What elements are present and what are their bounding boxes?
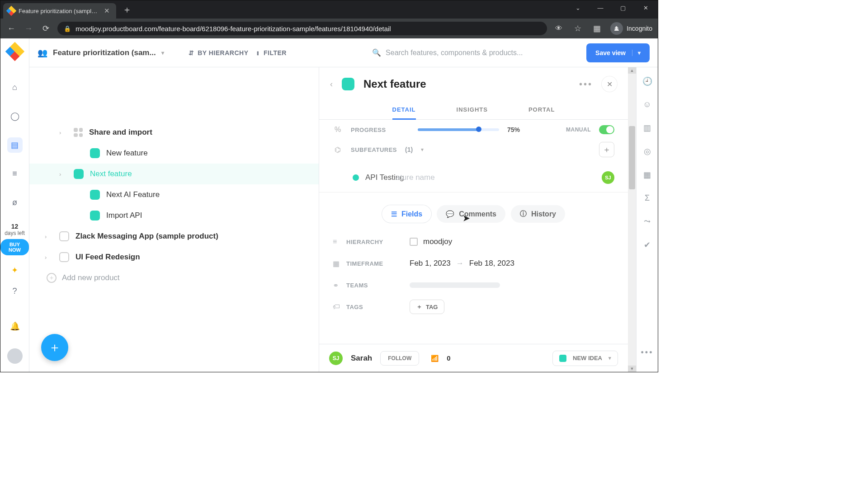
- help-icon[interactable]: ?: [7, 283, 23, 299]
- sigma-icon[interactable]: Σ: [645, 193, 650, 203]
- progress-knob[interactable]: [476, 127, 481, 132]
- add-fab-button[interactable]: ＋: [41, 334, 68, 361]
- tree-item-next-ai[interactable]: Next AI Feature: [29, 184, 319, 205]
- nav-forward-icon[interactable]: →: [23, 24, 34, 33]
- add-product-button[interactable]: ＋ Add new product: [29, 267, 319, 288]
- window-maximize-button[interactable]: ▢: [613, 0, 633, 15]
- tab-detail[interactable]: DETAIL: [392, 101, 416, 119]
- tree-item-new-feature[interactable]: New feature: [29, 143, 319, 164]
- detail-close-icon[interactable]: ✕: [602, 76, 617, 92]
- scroll-down-icon[interactable]: ▼: [628, 366, 636, 372]
- user-avatar[interactable]: [7, 348, 23, 364]
- subfeatures-icon: ⌬: [333, 145, 343, 154]
- hide-icon[interactable]: ø: [7, 195, 23, 210]
- save-view-dropdown-icon[interactable]: ▾: [632, 50, 641, 56]
- field-tags[interactable]: 🏷︎ TAGS ＋ TAG: [333, 296, 614, 318]
- progress-slider[interactable]: [418, 128, 499, 131]
- tabs-dropdown-icon[interactable]: ⌄: [567, 0, 588, 15]
- pill-comments[interactable]: 💬 Comments ➤: [437, 205, 505, 223]
- window-minimize-button[interactable]: —: [590, 0, 611, 15]
- detail-title[interactable]: Next feature: [363, 78, 426, 90]
- save-view-button[interactable]: Save view ▾: [586, 43, 650, 62]
- detail-panel: ‹ Next feature ••• ✕ DETAIL INSIGHTS POR…: [319, 67, 628, 372]
- detail-scrollbar[interactable]: ▲ ▼: [628, 67, 636, 372]
- chevron-down-icon[interactable]: ▾: [421, 146, 424, 153]
- tab-insights[interactable]: INSIGHTS: [457, 101, 488, 119]
- chevron-right-icon[interactable]: ›: [59, 171, 67, 178]
- pill-history[interactable]: ⓘ History: [511, 205, 565, 223]
- filter-label: FILTER: [264, 49, 287, 56]
- features-board-icon[interactable]: ▤: [7, 137, 23, 153]
- subfeature-row[interactable]: API Testingature name SJ: [353, 171, 614, 184]
- address-bar[interactable]: 🔒 moodjoy.productboard.com/feature-board…: [57, 22, 547, 35]
- chevron-right-icon[interactable]: ›: [45, 254, 53, 261]
- field-hierarchy[interactable]: ≡ HIERARCHY moodjoy: [333, 231, 614, 253]
- board-selector[interactable]: 👥 Feature prioritization (sam... ▾: [38, 48, 164, 58]
- owner-avatar[interactable]: SJ: [329, 352, 343, 365]
- nav-back-icon[interactable]: ←: [6, 24, 17, 33]
- extensions-icon[interactable]: ▦: [591, 23, 602, 33]
- nav-reload-icon[interactable]: ⟳: [40, 23, 51, 33]
- left-rail: ⌂ ◯ ▤ ≡ ø 12 days left BUY NOW ✦ ? 🔔: [0, 38, 29, 372]
- check-circle-icon[interactable]: ✔︎: [644, 240, 651, 250]
- by-hierarchy-button[interactable]: ⇵ BY HIERARCHY: [189, 49, 249, 56]
- add-tag-label: TAG: [426, 304, 438, 310]
- right-rail-more-icon[interactable]: •••: [641, 348, 654, 363]
- tree-group-share-import[interactable]: › Share and import: [29, 122, 319, 143]
- home-icon[interactable]: ⌂: [7, 80, 23, 95]
- tab-close-icon[interactable]: ✕: [102, 6, 112, 16]
- search-input[interactable]: 🔍 Search features, components & products…: [366, 44, 578, 62]
- tree-item-label: UI Feed Redesign: [75, 253, 140, 262]
- tree-item-import-api[interactable]: Import API: [29, 205, 319, 226]
- browser-tab[interactable]: Feature prioritization (sample) - F ✕: [3, 3, 116, 19]
- dependency-icon[interactable]: ⤳: [644, 216, 651, 226]
- table-icon[interactable]: ▦: [643, 170, 651, 180]
- tab-portal[interactable]: PORTAL: [528, 101, 555, 119]
- progress-manual-toggle[interactable]: [599, 125, 614, 134]
- detail-back-icon[interactable]: ‹: [330, 80, 333, 89]
- field-timeframe[interactable]: ▦ TIMEFRAME Feb 1, 2023 → Feb 18, 2023: [333, 253, 614, 274]
- scroll-up-icon[interactable]: ▲: [628, 67, 636, 74]
- pill-comments-label: Comments: [459, 210, 496, 218]
- tree-product-ui-feed[interactable]: › UI Feed Redesign: [29, 247, 319, 267]
- notifications-bell-icon[interactable]: 🔔: [7, 319, 23, 334]
- status-selector[interactable]: NEW IDEA ▾: [552, 351, 618, 366]
- scroll-thumb[interactable]: [629, 126, 635, 189]
- user-score-icon[interactable]: ☺︎: [643, 100, 651, 109]
- columns-icon[interactable]: ▥: [643, 123, 651, 133]
- progress-label: PROGRESS: [351, 127, 410, 133]
- chevron-right-icon[interactable]: ›: [59, 129, 67, 136]
- new-tab-button[interactable]: ＋: [116, 4, 138, 16]
- eye-off-icon[interactable]: 👁︎: [553, 24, 564, 33]
- field-teams[interactable]: ⚭ TEAMS: [333, 274, 614, 296]
- progress-mode-label: MANUAL: [566, 127, 591, 133]
- owner-name[interactable]: Sarah: [351, 354, 372, 363]
- bookmark-star-icon[interactable]: ☆: [572, 23, 583, 33]
- roadmap-icon[interactable]: ≡: [7, 166, 23, 182]
- buy-now-button[interactable]: BUY NOW: [0, 239, 29, 255]
- hierarchy-field-icon: ≡: [333, 238, 346, 246]
- sparkle-icon[interactable]: ✦: [11, 265, 18, 275]
- timeframe-from: Feb 1, 2023: [410, 259, 451, 268]
- follow-button[interactable]: FOLLOW: [380, 351, 419, 366]
- more-menu-icon[interactable]: •••: [579, 79, 593, 89]
- tree-item-label: Next AI Feature: [106, 190, 160, 199]
- feature-color-chip[interactable]: [342, 78, 354, 90]
- target-icon[interactable]: ◎: [644, 146, 651, 156]
- add-subfeature-button[interactable]: ＋: [599, 142, 614, 157]
- tree-item-next-feature[interactable]: › Next feature: [29, 164, 319, 184]
- trial-days-left-label: days left: [0, 230, 29, 236]
- insights-bulb-icon[interactable]: ◯: [7, 108, 23, 124]
- info-icon: ⓘ: [520, 210, 527, 218]
- window-close-button[interactable]: ✕: [635, 0, 656, 15]
- pill-fields[interactable]: ☰ Fields: [382, 205, 431, 223]
- trial-status: 12 days left BUY NOW: [0, 223, 29, 255]
- assignee-avatar[interactable]: SJ: [602, 171, 614, 184]
- tree-product-zlack[interactable]: › Zlack Messaging App (sample product): [29, 226, 319, 247]
- add-tag-button[interactable]: ＋ TAG: [410, 300, 444, 314]
- filter-button[interactable]: ⫾ FILTER: [256, 49, 286, 56]
- clock-icon[interactable]: 🕘: [642, 76, 652, 86]
- subfeature-name-input[interactable]: API Testingature name: [365, 173, 443, 182]
- chevron-right-icon[interactable]: ›: [45, 233, 53, 240]
- app-logo[interactable]: [5, 42, 24, 61]
